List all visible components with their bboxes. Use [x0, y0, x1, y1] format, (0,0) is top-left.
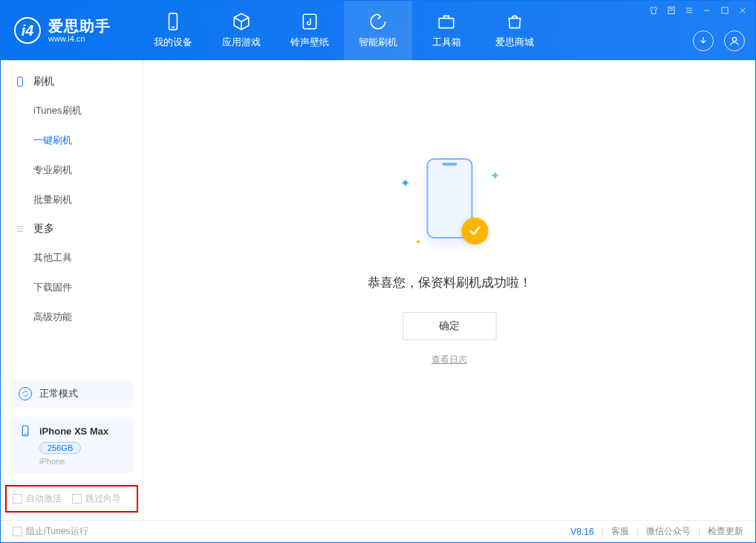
- menu-icon[interactable]: [684, 5, 694, 18]
- sidebar-group-flash[interactable]: 刷机: [1, 68, 143, 96]
- music-icon: [300, 12, 319, 31]
- tab-label: 智能刷机: [359, 36, 397, 49]
- checkbox-block-itunes[interactable]: 阻止iTunes运行: [13, 525, 88, 538]
- logo-title: 爱思助手: [48, 18, 111, 34]
- note-icon[interactable]: [666, 5, 677, 18]
- close-icon[interactable]: [737, 5, 748, 18]
- checkbox-auto-activate[interactable]: 自动激活: [13, 492, 62, 505]
- svg-point-14: [732, 37, 736, 41]
- mode-label: 正常模式: [39, 387, 78, 400]
- sidebar-item-pro-flash[interactable]: 专业刷机: [1, 155, 143, 185]
- device-mode-card[interactable]: 正常模式: [10, 380, 134, 408]
- capacity-badge: 256GB: [39, 442, 81, 454]
- download-button[interactable]: [693, 30, 714, 51]
- device-type: iPhone: [39, 457, 125, 466]
- svg-rect-3: [439, 19, 454, 28]
- tab-label: 爱思商城: [495, 36, 534, 49]
- content-area: ✦ ✦ ✦ 恭喜您，保资料刷机成功啦！ 确定 查看日志: [143, 60, 755, 520]
- view-log-link[interactable]: 查看日志: [431, 354, 467, 365]
- checkbox-icon: [72, 494, 82, 504]
- sparkle-icon: ✦: [490, 169, 500, 183]
- tab-label: 工具箱: [432, 36, 461, 49]
- checkbox-label: 阻止iTunes运行: [26, 525, 88, 538]
- user-button[interactable]: [724, 30, 745, 51]
- highlight-box: 自动激活 跳过向导: [5, 485, 138, 513]
- tab-toolbox[interactable]: 工具箱: [412, 1, 480, 60]
- tab-label: 我的设备: [154, 36, 192, 49]
- version-label: V8.16: [570, 527, 593, 537]
- footer: 阻止iTunes运行 V8.16 | 客服 | 微信公众号 | 检查更新: [1, 520, 755, 542]
- logo-text: 爱思助手 www.i4.cn: [48, 18, 111, 43]
- support-link[interactable]: 客服: [611, 525, 629, 538]
- tab-ringtone[interactable]: 铃声壁纸: [276, 1, 344, 60]
- tab-label: 应用游戏: [222, 36, 261, 49]
- sidebar-item-itunes-flash[interactable]: iTunes刷机: [1, 96, 143, 126]
- success-illustration: ✦ ✦ ✦: [390, 158, 509, 255]
- phone-icon: [163, 12, 183, 31]
- sidebar-item-download-firmware[interactable]: 下载固件: [1, 273, 143, 302]
- checkbox-icon: [13, 527, 22, 536]
- tab-label: 铃声壁纸: [290, 36, 329, 49]
- sidebar-item-advanced[interactable]: 高级功能: [1, 302, 143, 332]
- device-icon: [14, 76, 26, 88]
- nav-tabs: 我的设备 应用游戏 铃声壁纸 智能刷机 工具箱 爱思商城: [139, 1, 549, 60]
- shirt-icon[interactable]: [648, 5, 659, 18]
- tab-store[interactable]: 爱思商城: [480, 1, 549, 60]
- minimize-icon[interactable]: [702, 5, 712, 18]
- sidebar-item-one-click-flash[interactable]: 一键刷机: [1, 126, 143, 155]
- device-name: iPhone XS Max: [39, 426, 108, 437]
- list-icon: [14, 223, 26, 235]
- checkmark-badge-icon: [461, 218, 488, 244]
- tab-apps[interactable]: 应用游戏: [207, 1, 276, 60]
- sparkle-icon: ✦: [400, 176, 410, 190]
- header: i4 爱思助手 www.i4.cn 我的设备 应用游戏 铃声壁纸 智能刷机 工具…: [1, 1, 755, 60]
- sidebar-item-other-tools[interactable]: 其他工具: [1, 243, 143, 273]
- logo-subtitle: www.i4.cn: [48, 34, 111, 43]
- logo-icon: i4: [14, 17, 41, 44]
- sync-icon: [19, 387, 32, 400]
- group-label: 刷机: [33, 75, 54, 88]
- refresh-icon: [368, 12, 388, 31]
- device-card[interactable]: iPhone XS Max 256GB iPhone: [10, 417, 134, 473]
- sparkle-icon: ✦: [415, 238, 421, 246]
- tab-my-device[interactable]: 我的设备: [139, 1, 207, 60]
- svg-rect-2: [303, 14, 316, 29]
- sidebar-item-batch-flash[interactable]: 批量刷机: [1, 185, 143, 215]
- svg-rect-15: [18, 77, 23, 86]
- tab-smart-flash[interactable]: 智能刷机: [344, 1, 412, 60]
- check-update-link[interactable]: 检查更新: [708, 525, 743, 538]
- sidebar: 刷机 iTunes刷机 一键刷机 专业刷机 批量刷机 更多 其他工具 下载固件 …: [1, 60, 143, 520]
- success-message: 恭喜您，保资料刷机成功啦！: [368, 274, 532, 291]
- maximize-icon[interactable]: [720, 5, 730, 18]
- wechat-link[interactable]: 微信公众号: [646, 525, 691, 538]
- briefcase-icon: [437, 12, 456, 31]
- confirm-button[interactable]: 确定: [403, 312, 496, 340]
- cube-icon: [232, 12, 251, 31]
- group-label: 更多: [33, 222, 54, 235]
- checkbox-label: 自动激活: [26, 492, 62, 505]
- checkbox-skip-guide[interactable]: 跳过向导: [72, 492, 121, 505]
- logo[interactable]: i4 爱思助手 www.i4.cn: [1, 1, 124, 60]
- sidebar-group-more[interactable]: 更多: [1, 215, 143, 243]
- window-controls: [648, 5, 748, 18]
- svg-rect-11: [722, 7, 728, 13]
- checkbox-label: 跳过向导: [85, 492, 121, 505]
- checkbox-icon: [13, 494, 22, 504]
- bag-icon: [505, 12, 524, 31]
- header-actions: [693, 30, 745, 51]
- phone-icon: [19, 424, 32, 438]
